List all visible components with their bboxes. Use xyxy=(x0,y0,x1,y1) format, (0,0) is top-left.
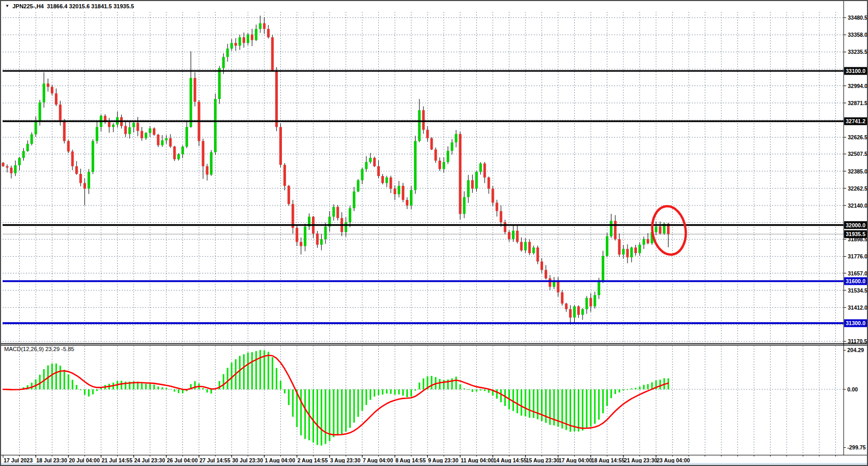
candle-bullish xyxy=(397,186,400,194)
candle-bullish xyxy=(386,178,388,183)
candle-bullish xyxy=(332,207,335,217)
candle-bearish xyxy=(381,176,384,183)
candle-bullish xyxy=(586,298,588,309)
candle-bearish xyxy=(495,202,498,211)
candle-bearish xyxy=(483,164,486,178)
price-axis-label: 32385.0 xyxy=(848,168,867,174)
price-axis-label: 32994.0 xyxy=(848,83,867,89)
candle-bullish xyxy=(369,158,372,162)
candle-bearish xyxy=(6,166,8,168)
macd-histogram-bar xyxy=(325,389,326,444)
macd-histogram-bar xyxy=(284,389,286,394)
candle-bearish xyxy=(536,247,539,261)
candle-bearish xyxy=(500,211,502,223)
candle-bearish xyxy=(2,163,5,166)
candle-bullish xyxy=(238,37,241,46)
candle-bearish xyxy=(590,298,592,306)
candle-bearish xyxy=(83,183,86,189)
macd-histogram-bar xyxy=(149,384,151,389)
candle-bullish xyxy=(345,222,347,232)
candle-bullish xyxy=(218,68,221,99)
candle-bearish xyxy=(402,186,404,200)
candle-bullish xyxy=(357,180,360,192)
macd-histogram-bar xyxy=(39,375,40,389)
candle-bearish xyxy=(516,231,519,242)
candle-bearish xyxy=(528,242,531,253)
candle-bearish xyxy=(136,123,139,131)
macd-histogram-bar xyxy=(84,389,86,395)
macd-histogram-bar xyxy=(349,389,351,428)
candle-bearish xyxy=(71,152,74,167)
candle-bearish xyxy=(157,135,160,145)
candle-bullish xyxy=(112,125,115,127)
candle-bullish xyxy=(129,127,131,134)
price-axis-label: 32262.5 xyxy=(848,185,867,192)
candle-bullish xyxy=(145,133,147,138)
resistance-price-badge-label: 33100.0 xyxy=(846,68,865,74)
macd-histogram-bar xyxy=(635,388,636,389)
candle-bearish xyxy=(63,121,66,141)
macd-histogram-bar xyxy=(247,353,249,389)
candle-bearish xyxy=(504,222,506,232)
candle-bullish xyxy=(479,164,482,172)
ohlc-values: 31866.4 32015.6 31841.5 31935.5 xyxy=(47,3,134,9)
candle-bullish xyxy=(532,247,535,253)
macd-histogram-bar xyxy=(43,369,45,389)
window-bottom-edge xyxy=(1,463,867,465)
candle-bullish xyxy=(38,103,41,122)
current-price-badge-label: 31935.5 xyxy=(846,231,865,237)
candlestick-chart[interactable]: 33480.533358.033235.532994.032871.532626… xyxy=(1,1,867,465)
candle-bearish xyxy=(75,166,78,174)
candle-bearish xyxy=(283,165,286,186)
macd-histogram-bar xyxy=(419,383,420,389)
price-axis-label: 31534.5 xyxy=(848,287,867,294)
candle-bullish xyxy=(133,123,135,127)
candle-bullish xyxy=(190,78,192,127)
macd-histogram-bar xyxy=(627,389,628,390)
macd-histogram-bar xyxy=(88,389,90,397)
resistance-price-badge-label: 32741.2 xyxy=(846,118,865,124)
price-axis-label: 32626.5 xyxy=(848,134,867,140)
macd-histogram-bar xyxy=(517,389,518,413)
candle-bullish xyxy=(573,307,576,318)
candle-bullish xyxy=(463,197,465,214)
candle-bearish xyxy=(618,239,621,255)
macd-histogram-bar xyxy=(333,389,334,437)
candle-bullish xyxy=(165,138,168,140)
macd-histogram-bar xyxy=(345,389,347,432)
candle-bearish xyxy=(577,307,580,315)
macd-histogram-bar xyxy=(537,389,538,419)
candle-bullish xyxy=(31,134,33,143)
candle-bullish xyxy=(320,239,323,245)
candle-bullish xyxy=(643,239,645,245)
macd-histogram-bar xyxy=(141,383,143,389)
candle-bullish xyxy=(149,128,151,133)
candle-bullish xyxy=(18,158,21,165)
candle-bullish xyxy=(581,309,584,315)
symbol-dropdown-icon[interactable]: ▼ xyxy=(5,4,9,9)
macd-histogram-bar xyxy=(615,389,616,394)
candle-bearish xyxy=(279,127,282,165)
candle-bearish xyxy=(459,134,462,214)
macd-histogram-bar xyxy=(472,389,473,392)
candle-bearish xyxy=(647,239,649,243)
candle-bearish xyxy=(569,309,572,317)
candle-bullish xyxy=(353,192,355,208)
candle-bearish xyxy=(614,221,617,239)
indicator-label: MACD(12,26,9) 23.29 -5.85 xyxy=(4,346,74,352)
macd-histogram-bar xyxy=(476,389,477,391)
macd-histogram-bar xyxy=(439,379,440,389)
chart-window: 33480.533358.033235.532994.032871.532626… xyxy=(0,0,868,466)
candle-bullish xyxy=(365,162,367,169)
macd-histogram-bar xyxy=(312,389,314,443)
candle-bullish xyxy=(602,256,604,281)
macd-histogram-bar xyxy=(31,383,33,389)
candle-bearish xyxy=(263,23,266,29)
candle-bullish xyxy=(447,151,449,162)
macd-histogram-bar xyxy=(267,352,269,389)
candle-bearish xyxy=(202,141,204,166)
candle-bullish xyxy=(597,281,600,295)
candle-bearish xyxy=(271,37,274,71)
macd-histogram-bar xyxy=(594,389,595,424)
candle-bearish xyxy=(549,279,551,287)
